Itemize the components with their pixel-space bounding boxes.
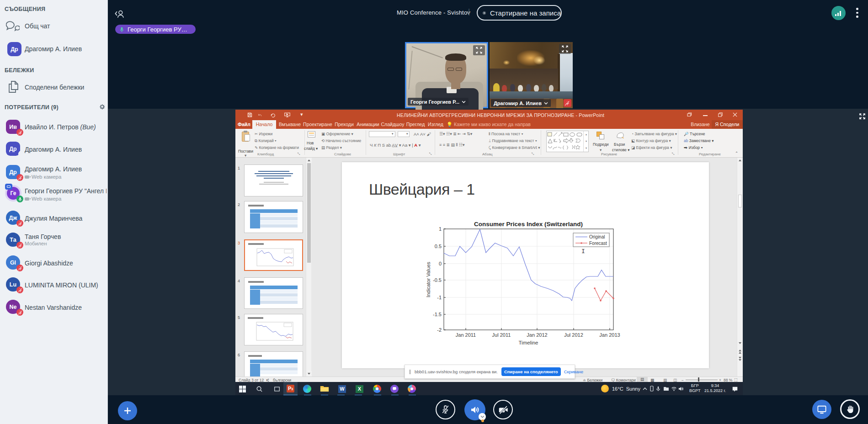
svg-text:-2: -2 <box>437 327 442 333</box>
svg-text:-1.5: -1.5 <box>433 312 442 317</box>
svg-text:I: I <box>581 248 585 255</box>
svg-text:Jul 2011: Jul 2011 <box>492 332 511 338</box>
svg-text:Jan 2012: Jan 2012 <box>527 332 547 338</box>
svg-text:Original: Original <box>589 234 605 239</box>
svg-text:0.5: 0.5 <box>435 244 442 249</box>
svg-text:Jul 2012: Jul 2012 <box>564 332 583 338</box>
svg-text:Indicator Values: Indicator Values <box>426 261 431 297</box>
svg-text:-0.5: -0.5 <box>433 277 442 283</box>
svg-text:Forecast: Forecast <box>589 241 607 246</box>
svg-text:Jan 2011: Jan 2011 <box>456 332 476 338</box>
svg-text:Timeline: Timeline <box>518 340 538 345</box>
svg-text:1: 1 <box>439 226 442 232</box>
svg-text:-1: -1 <box>437 295 442 300</box>
svg-text:Jan 2013: Jan 2013 <box>599 332 620 338</box>
svg-text:0: 0 <box>439 261 442 266</box>
svg-text:Consumer Prices Index (Switzer: Consumer Prices Index (Switzerland) <box>474 221 583 228</box>
